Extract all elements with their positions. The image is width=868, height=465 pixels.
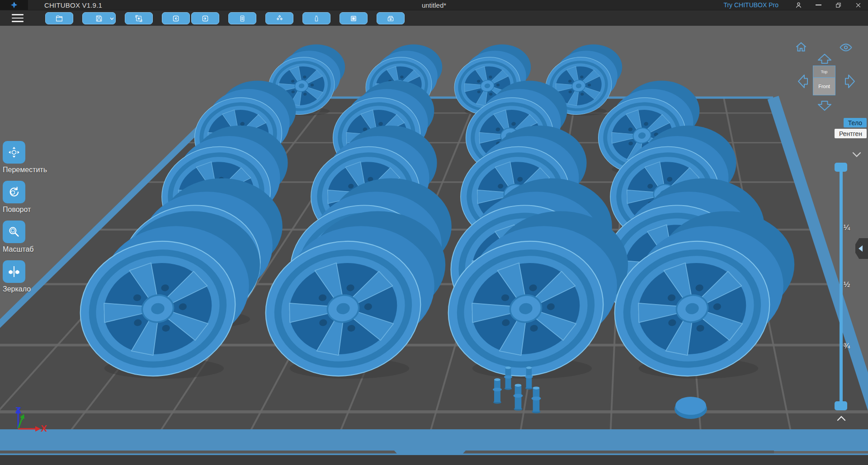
- copy-icon: [238, 14, 246, 23]
- cube-face-top[interactable]: Top: [813, 66, 835, 78]
- chevron-down-icon: [110, 14, 114, 22]
- mirror-tool-button[interactable]: [3, 260, 25, 283]
- tool-rotate: Поворот: [3, 181, 52, 214]
- clip-label-half: ½: [844, 280, 850, 289]
- copy-button[interactable]: [228, 12, 256, 24]
- home-view-button[interactable]: [794, 40, 808, 54]
- rotate-view-right-button[interactable]: [842, 75, 858, 87]
- arrow-down-icon: [816, 100, 833, 112]
- chevron-left-icon: [859, 245, 863, 252]
- redo-button[interactable]: [191, 12, 219, 24]
- viewport-3d[interactable]: [0, 26, 868, 465]
- auto-arrange-button[interactable]: [265, 12, 293, 24]
- app-title: CHITUBOX V1.9.1: [44, 1, 102, 9]
- chitubox-logo-icon: [10, 1, 18, 9]
- user-account-button[interactable]: [788, 0, 808, 10]
- scale-tool-label: Масштаб: [3, 245, 52, 254]
- app-logo: [0, 0, 28, 10]
- redo-icon: [201, 14, 209, 23]
- arrow-up-icon: [816, 58, 833, 66]
- chevron-down-icon: [852, 152, 862, 160]
- rotate-tool-label: Поворот: [3, 206, 52, 214]
- model-disc[interactable]: [675, 397, 707, 419]
- mirror-tool-label: Зеркало: [3, 285, 52, 293]
- save-button[interactable]: [82, 12, 116, 24]
- print-settings-button[interactable]: [377, 12, 405, 24]
- display-mode-collapse-button[interactable]: [852, 151, 862, 158]
- hamburger-menu-icon[interactable]: [12, 14, 24, 24]
- visibility-button[interactable]: [839, 42, 853, 53]
- clip-slider-top-handle[interactable]: [835, 163, 847, 172]
- clip-label-quarter: ¼: [844, 223, 850, 232]
- bottom-bar: [0, 455, 868, 465]
- undo-icon: [172, 14, 180, 23]
- user-icon: [795, 1, 802, 9]
- try-pro-link[interactable]: Try CHITUBOX Pro: [723, 1, 778, 9]
- viewport: ПереместитьПоворотМасштабЗеркало Top Fro…: [0, 26, 868, 465]
- display-mode-xray-button[interactable]: Рентген: [835, 129, 867, 138]
- tool-move: Переместить: [3, 141, 52, 174]
- tool-mirror: Зеркало: [3, 260, 52, 293]
- rotate-tool-button[interactable]: [3, 181, 25, 203]
- main-toolbar: [0, 10, 868, 26]
- z-axis-label: Z: [15, 405, 21, 415]
- title-bar: CHITUBOX V1.9.1 untitled* Try CHITUBOX P…: [0, 0, 868, 10]
- mirror-icon: [7, 264, 21, 279]
- model-pin[interactable]: [504, 366, 512, 390]
- tool-scale: Масштаб: [3, 221, 52, 254]
- scale-icon: [7, 225, 21, 239]
- open-button[interactable]: [45, 12, 73, 24]
- rotate-view-up-button[interactable]: [816, 53, 833, 65]
- display-mode-panel: ТелоРентген: [835, 118, 867, 140]
- folder-icon: [55, 14, 64, 23]
- close-icon: [855, 2, 862, 9]
- rotate-view-left-button[interactable]: [795, 75, 811, 87]
- support-button[interactable]: [302, 12, 330, 24]
- undo-button[interactable]: [162, 12, 190, 24]
- move-tool-label: Переместить: [3, 166, 52, 174]
- plate-front-edge: [0, 429, 868, 451]
- minimize-button[interactable]: [808, 0, 828, 10]
- x-axis-label: X: [41, 423, 47, 433]
- clip-slider-track[interactable]: [840, 167, 843, 408]
- rotate-icon: [7, 185, 21, 199]
- axis-indicator: Y Z X: [4, 400, 53, 436]
- home-icon: [794, 47, 808, 55]
- capture-icon: [135, 14, 143, 23]
- support-icon: [313, 14, 320, 23]
- print-settings-icon: [387, 14, 395, 23]
- model-pin[interactable]: [532, 386, 541, 413]
- clip-label-three-quarter: ¾: [844, 342, 850, 351]
- scale-tool-button[interactable]: [3, 221, 25, 243]
- arrow-left-icon: [797, 73, 809, 89]
- eye-icon: [839, 47, 853, 54]
- y-axis-label: Y: [21, 415, 24, 421]
- arrange-icon: [275, 14, 284, 23]
- screenshot-button[interactable]: [125, 12, 153, 24]
- minimize-icon: [816, 5, 821, 5]
- cube-face-front[interactable]: Front: [813, 78, 835, 95]
- clip-slider-bottom-handle[interactable]: [835, 401, 847, 410]
- move-tool-button[interactable]: [3, 141, 25, 164]
- model-pin[interactable]: [514, 384, 523, 410]
- rotate-view-down-button[interactable]: [816, 100, 833, 112]
- chevron-up-icon: [836, 415, 846, 423]
- arrow-right-icon: [844, 73, 856, 89]
- left-tool-panel: ПереместитьПоворотМасштабЗеркало: [3, 141, 52, 300]
- view-orientation-cube[interactable]: Top Front: [813, 66, 835, 95]
- model-pin[interactable]: [493, 378, 502, 404]
- slice-button[interactable]: [340, 12, 368, 24]
- restore-icon: [835, 2, 842, 9]
- slice-icon: [349, 14, 358, 23]
- save-icon: [95, 14, 103, 23]
- restore-button[interactable]: [828, 0, 848, 10]
- move-icon: [7, 145, 21, 160]
- close-button[interactable]: [848, 0, 868, 10]
- clip-slider-collapse-button[interactable]: [836, 415, 846, 422]
- display-mode-body-button[interactable]: Тело: [844, 118, 867, 127]
